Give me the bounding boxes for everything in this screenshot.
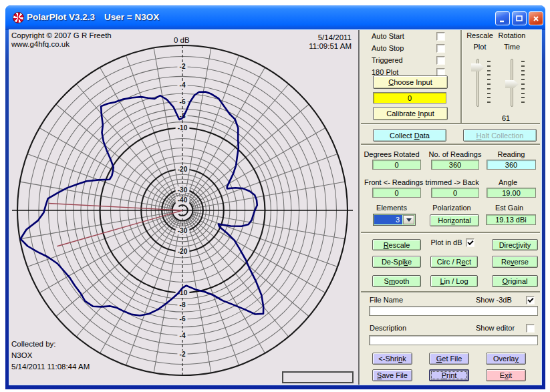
halt-collection-button[interactable]: Halt Collection (463, 129, 537, 142)
polarization-button[interactable]: Horizontal (430, 214, 479, 226)
minimize-button[interactable] (495, 11, 510, 25)
checkbox-label: Auto Stop (372, 44, 404, 52)
plot-date: 5/14/2011 (318, 33, 352, 42)
auto-checkbox-row: Auto Stop (372, 43, 458, 55)
auto-stop-checkbox[interactable] (436, 44, 445, 53)
grid-radial-line (191, 216, 325, 293)
grid-radial-line (188, 219, 265, 353)
est-gain-label: Est Gain (495, 204, 523, 212)
title-bar[interactable]: PolarPlot V3.2.3User = N3OX (5, 5, 545, 30)
no-of-readings-label: No. of Readings (429, 150, 482, 158)
user-title: User = N3OX (104, 12, 159, 22)
divider-vertical (460, 30, 462, 123)
ring-label: -10 (178, 124, 188, 132)
show-editor-checkbox[interactable] (526, 324, 535, 333)
show-editor-label: Show editor (476, 324, 515, 332)
ring-label: -30 (178, 227, 188, 234)
input-level-field[interactable]: 0 (373, 92, 446, 104)
lin-log-button[interactable]: Lin / Log (430, 275, 478, 287)
est-gain-field: 19.13 dBi (486, 214, 536, 225)
angle-label: Angle (499, 178, 517, 186)
polarization-label: Polarization (432, 204, 470, 212)
file-name-input[interactable] (369, 306, 538, 316)
overlay-button[interactable]: Overlay (486, 353, 526, 365)
rescale-plot-slider-thumb[interactable] (471, 63, 485, 71)
triggered-checkbox[interactable] (436, 56, 445, 65)
smooth-button[interactable]: Smooth (372, 275, 421, 287)
copyright-line1: Copyright © 2007 G R Freeth (11, 31, 112, 40)
elements-combo-value: 3 (374, 215, 402, 224)
maximize-button[interactable] (512, 11, 527, 25)
divider-1 (361, 123, 540, 124)
collected-by-label: Collected by: (11, 340, 55, 349)
auto-checkbox-row: Triggered (372, 55, 458, 67)
directivity-button[interactable]: Directivity (492, 239, 538, 250)
circ-rect-button[interactable]: Circ / Rect (430, 256, 478, 268)
app-title: PolarPlot V3.2.3 (27, 12, 95, 22)
rescale-button[interactable]: Rescale (372, 239, 421, 250)
rescale-slider-ticks (487, 61, 491, 106)
polar-plot-area: -2-4-6-8-10-20-30-40-2-4-6-8-10-20-30 Co… (9, 30, 360, 385)
trim-back-field: 0 (431, 188, 479, 198)
readings-trimmed-label: Front <- Readings trimmed -> Back (364, 178, 479, 186)
rotation-slider-ticks (521, 61, 525, 106)
divider-2 (361, 144, 540, 145)
reading-field: 360 (487, 160, 536, 170)
auto-checkbox-row: Auto Start (372, 31, 458, 43)
rotation-time-value: 61 (502, 114, 510, 122)
choose-input-button[interactable]: Choose Input (373, 75, 448, 89)
plot-time: 11:09:51 AM (309, 42, 352, 51)
reverse-button[interactable]: Reverse (492, 256, 538, 268)
collected-datetime: 5/14/2011 11:08:44 AM (11, 363, 90, 371)
ring-label: -6 (180, 98, 186, 106)
auto-start-checkbox[interactable] (436, 32, 445, 41)
degrees-rotated-label: Degrees Rotated (364, 150, 419, 158)
maximize-icon (515, 14, 524, 23)
elements-label: Elements (376, 204, 407, 212)
collect-data-button[interactable]: Collect Data (373, 129, 446, 142)
close-button[interactable] (529, 11, 543, 25)
ring-label: -6 (180, 315, 186, 323)
copyright-line2: www.g4hfq.co.uk (11, 40, 70, 49)
grid-radial-line (39, 216, 174, 293)
grid-radial-line (188, 67, 265, 202)
show-3db-checkbox[interactable] (526, 296, 535, 305)
ring-label: -20 (178, 248, 188, 255)
window-title: PolarPlot V3.2.3User = N3OX (27, 12, 159, 22)
ring-label: -4 (180, 332, 186, 339)
ring-label: -2 (180, 63, 186, 70)
app-icon (13, 12, 24, 23)
show-3db-label: Show -3dB (476, 296, 512, 304)
calibrate-input-button[interactable]: Calibrate Input (373, 107, 448, 120)
shrink-button[interactable]: <-Shrink (372, 353, 412, 365)
grid-radial-line (100, 219, 178, 353)
get-file-button[interactable]: Get File (429, 353, 469, 365)
app-window: PolarPlot V3.2.3User = N3OX -2-4-6-8-10-… (5, 5, 545, 389)
divider-3 (361, 232, 540, 233)
rescale-plot-label2: Plot (474, 43, 487, 51)
rotation-time-label2: Time (504, 43, 520, 51)
reading-label: Reading (498, 150, 525, 158)
trim-front-field: 0 (372, 188, 421, 198)
chevron-down-icon (406, 218, 412, 222)
ring-label: -8 (180, 301, 186, 309)
file-name-label: File Name (370, 296, 403, 304)
save-file-button[interactable]: Save File (372, 369, 412, 381)
window-content: -2-4-6-8-10-20-30-40-2-4-6-8-10-20-30 Co… (9, 30, 541, 385)
print-button[interactable]: Print (429, 369, 469, 381)
collected-by-value: N3OX (11, 351, 32, 360)
elements-combo-drop[interactable] (403, 215, 414, 224)
grid-radial-line (191, 128, 325, 206)
rotation-time-slider-thumb[interactable] (505, 80, 519, 88)
plot-in-db-checkbox[interactable] (466, 238, 474, 247)
original-button[interactable]: Original (492, 275, 538, 287)
exit-button[interactable]: Exit (486, 369, 526, 381)
close-icon (531, 14, 541, 23)
control-panel: Auto StartAuto StopTriggered180 Plot Res… (360, 30, 541, 385)
elements-combo[interactable]: 3 (373, 214, 416, 226)
despike-button[interactable]: De-Spike (372, 256, 421, 268)
ring-label: -30 (178, 186, 188, 194)
description-input[interactable] (369, 335, 538, 345)
minimize-icon (498, 14, 507, 23)
description-label: Description (370, 324, 406, 332)
